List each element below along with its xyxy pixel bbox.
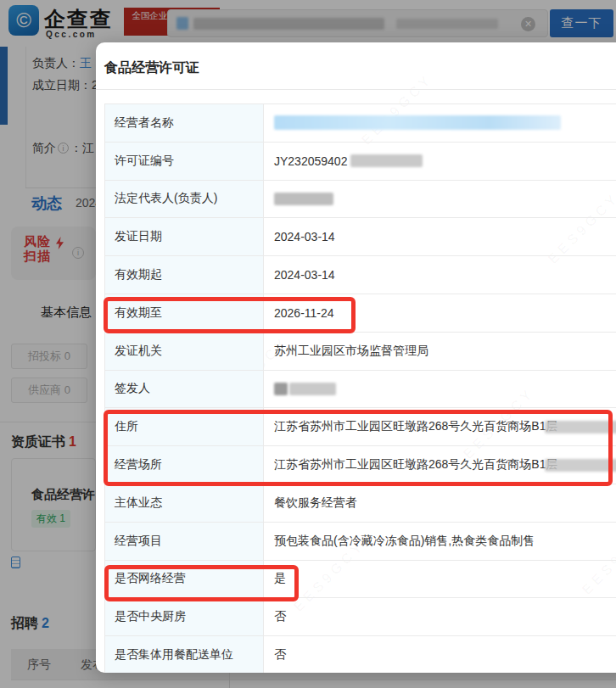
row-label: 经营项目 — [105, 523, 264, 560]
row-value-text: 苏州工业园区市场监督管理局 — [274, 344, 428, 359]
redacted-value — [545, 421, 616, 433]
row-label: 经营场所 — [105, 446, 264, 484]
row-value: 否 — [264, 598, 616, 635]
row-value: 2026-11-24 — [264, 294, 616, 332]
row-label: 法定代表人(负责人) — [105, 181, 264, 218]
row-value — [264, 371, 616, 408]
redacted-value — [289, 383, 336, 395]
row-value-text: 江苏省苏州市工业园区旺墩路268号久光百货商场B1层 — [274, 419, 557, 434]
table-row-license-number: 许可证编号 JY232059402 — [105, 143, 616, 181]
redacted-value — [274, 193, 333, 205]
table-row-business-premises: 经营场所 江苏省苏州市工业园区旺墩路268号久光百货商场B1层 — [105, 446, 616, 484]
table-row-valid-until: 有效期至 2026-11-24 — [105, 294, 616, 333]
row-value-text: 江苏省苏州市工业园区旺墩路268号久光百货商场B1层 — [274, 457, 557, 473]
row-value-text: 2026-11-24 — [274, 306, 334, 320]
modal-title-divider — [96, 89, 616, 90]
redacted-value — [350, 154, 423, 167]
row-value-text: 是 — [274, 571, 286, 586]
table-row-central-kitchen: 是否中央厨房 否 — [105, 598, 616, 636]
row-value-text: JY232059402 — [274, 154, 347, 168]
redacted-value-fragment — [274, 383, 288, 395]
row-value-text: 否 — [274, 609, 286, 624]
row-value: 否 — [264, 636, 616, 673]
row-value: 苏州工业园区市场监督管理局 — [264, 333, 616, 370]
license-table: 经营者名称 许可证编号 JY232059402 法定代表人(负责人) 发证日期 … — [104, 103, 616, 673]
row-value: 2024-03-14 — [264, 218, 616, 255]
row-value-text: 2024-03-14 — [274, 268, 335, 282]
row-label: 发证机关 — [105, 333, 264, 370]
row-label: 是否中央厨房 — [105, 598, 264, 635]
row-label: 许可证编号 — [105, 143, 264, 180]
table-row-valid-from: 有效期起 2024-03-14 — [105, 256, 616, 294]
row-label: 住所 — [105, 408, 264, 445]
page: © 企查查 Qcc.com 全国企业信用查询系统 官方备案企业征信机构 ✕ 查一… — [0, 0, 616, 688]
row-label: 有效期至 — [105, 294, 264, 332]
row-value: 是 — [264, 561, 616, 598]
table-row-business-scope: 经营项目 预包装食品(含冷藏冷冻食品)销售,热食类食品制售 — [105, 523, 616, 561]
row-value-text: 否 — [274, 647, 286, 663]
table-row-business-type: 主体业态 餐饮服务经营者 — [105, 484, 616, 523]
row-value — [264, 181, 616, 218]
row-label: 发证日期 — [105, 218, 264, 255]
row-value: 餐饮服务经营者 — [264, 484, 616, 522]
license-modal: EES9GCY EES9GCY EES9GCY EES9GCY EES9GCY … — [96, 42, 616, 673]
row-value-text: 餐饮服务经营者 — [274, 495, 357, 511]
table-row-group-catering: 是否集体用餐配送单位 否 — [105, 636, 616, 673]
row-label: 有效期起 — [105, 256, 264, 294]
table-row-online-business: 是否网络经营 是 — [105, 561, 616, 599]
table-row-residence: 住所 江苏省苏州市工业园区旺墩路268号久光百货商场B1层 — [105, 408, 616, 446]
table-row-signer: 签发人 — [105, 371, 616, 409]
row-value[interactable] — [264, 104, 616, 142]
table-row-operator-name: 经营者名称 — [105, 104, 616, 143]
row-label: 签发人 — [105, 371, 264, 408]
table-row-legal-representative: 法定代表人(负责人) — [105, 181, 616, 219]
table-row-issuing-authority: 发证机关 苏州工业园区市场监督管理局 — [105, 333, 616, 371]
row-value: 江苏省苏州市工业园区旺墩路268号久光百货商场B1层 — [264, 446, 616, 484]
row-label: 经营者名称 — [105, 104, 264, 142]
row-label: 主体业态 — [105, 484, 264, 522]
row-value: 2024-03-14 — [264, 256, 616, 294]
row-value: 江苏省苏州市工业园区旺墩路268号久光百货商场B1层 — [264, 408, 616, 445]
row-label: 是否集体用餐配送单位 — [105, 636, 264, 673]
row-value: 预包装食品(含冷藏冷冻食品)销售,热食类食品制售 — [264, 523, 616, 560]
redacted-company-link — [274, 115, 561, 130]
row-value: JY232059402 — [264, 143, 616, 180]
row-value-text: 2024-03-14 — [274, 230, 335, 243]
row-value-text: 预包装食品(含冷藏冷冻食品)销售,热食类食品制售 — [274, 534, 535, 549]
table-row-issue-date: 发证日期 2024-03-14 — [105, 218, 616, 256]
modal-title: 食品经营许可证 — [104, 59, 199, 77]
redacted-value — [545, 459, 616, 472]
row-label: 是否网络经营 — [105, 561, 264, 598]
